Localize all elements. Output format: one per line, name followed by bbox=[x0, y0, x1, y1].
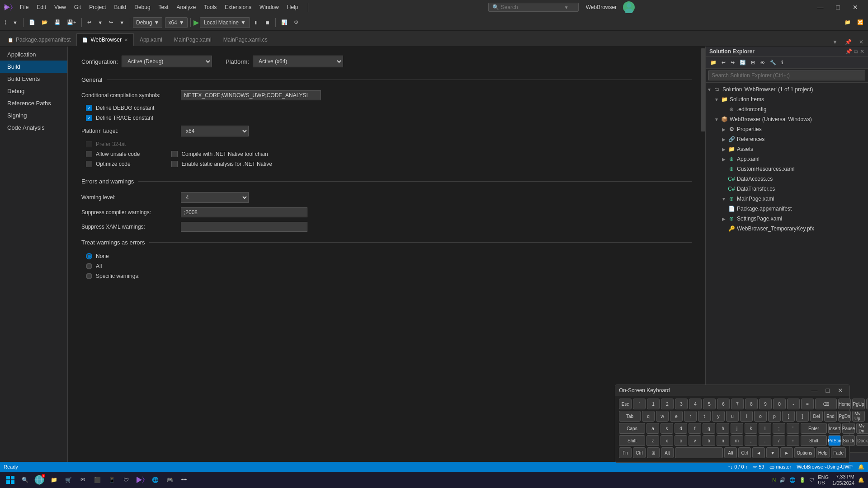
tree-package[interactable]: 📄 Package.appxmanifest bbox=[706, 204, 868, 214]
key-right[interactable]: ► bbox=[780, 447, 793, 458]
key-period[interactable]: . bbox=[759, 435, 771, 446]
key-slash[interactable]: / bbox=[773, 435, 785, 446]
tab-webbrowser-close[interactable]: ✕ bbox=[124, 38, 128, 42]
search-dropdown-icon[interactable]: ▼ bbox=[564, 5, 569, 10]
key-4[interactable]: 4 bbox=[689, 399, 702, 409]
key-1[interactable]: 1 bbox=[647, 399, 660, 409]
taskbar-vs-icon[interactable] bbox=[134, 473, 147, 487]
se-search-input[interactable] bbox=[708, 70, 865, 80]
pause-button[interactable]: ⏸ bbox=[251, 19, 261, 27]
key-q[interactable]: q bbox=[642, 411, 655, 422]
key-f[interactable]: f bbox=[689, 423, 701, 434]
key-options[interactable]: Options bbox=[794, 447, 814, 458]
key-tab[interactable]: Tab bbox=[619, 411, 641, 422]
redo-dropdown[interactable]: ▼ bbox=[117, 19, 127, 27]
key-v[interactable]: v bbox=[689, 435, 701, 446]
local-machine-dropdown[interactable]: Local Machine ▼ bbox=[200, 17, 250, 28]
key-m[interactable]: m bbox=[731, 435, 743, 446]
treat-all-radio[interactable] bbox=[86, 263, 92, 269]
key-8[interactable]: 8 bbox=[745, 399, 758, 409]
treat-none-radio[interactable] bbox=[86, 253, 92, 259]
undo-dropdown[interactable]: ▼ bbox=[95, 19, 105, 27]
search-box[interactable]: 🔍 ▼ bbox=[488, 3, 579, 12]
key-c[interactable]: c bbox=[675, 435, 687, 446]
settings-button[interactable]: ⚙ bbox=[291, 18, 301, 27]
maximize-button[interactable]: □ bbox=[830, 0, 846, 14]
sidebar-item-build[interactable]: Build bbox=[0, 61, 67, 73]
status-lines[interactable]: ↑↓ 0 / 0 ↑ bbox=[728, 464, 748, 470]
taskbar-edge-icon[interactable]: 🌐 bbox=[148, 473, 162, 487]
se-props-btn[interactable]: ℹ bbox=[779, 59, 785, 66]
key-z[interactable]: z bbox=[646, 435, 659, 446]
status-chars[interactable]: ✏ 59 bbox=[753, 464, 764, 470]
key-i[interactable]: i bbox=[740, 411, 753, 422]
key-a[interactable]: a bbox=[646, 423, 659, 434]
key-end[interactable]: End bbox=[824, 411, 837, 422]
key-prtscn[interactable]: PrtScn bbox=[828, 435, 841, 446]
menu-debug[interactable]: Debug bbox=[131, 2, 154, 12]
menu-file[interactable]: File bbox=[16, 2, 32, 12]
key-pgdn[interactable]: PgDn bbox=[838, 411, 851, 422]
key-help[interactable]: Help bbox=[816, 447, 830, 458]
conditional-compilation-input[interactable] bbox=[181, 90, 321, 100]
taskbar-notification-area[interactable]: 🔔 bbox=[858, 477, 864, 483]
menu-edit[interactable]: Edit bbox=[33, 2, 50, 12]
status-project[interactable]: WebBrowser-Using-UWP bbox=[797, 464, 853, 470]
taskbar-lang[interactable]: ENGUS bbox=[818, 474, 829, 485]
redo-button[interactable]: ↪ bbox=[106, 18, 116, 27]
taskbar-mail-icon[interactable]: ✉ bbox=[76, 473, 90, 487]
key-6[interactable]: 6 bbox=[717, 399, 730, 409]
taskbar-nvidia-icon[interactable]: N bbox=[772, 477, 776, 483]
key-pgup[interactable]: PgUp bbox=[852, 399, 865, 409]
taskbar-security-icon[interactable]: 🛡 bbox=[809, 477, 814, 483]
key-minus[interactable]: - bbox=[787, 399, 800, 409]
key-quote[interactable]: ' bbox=[787, 423, 799, 434]
tree-project[interactable]: ▼ 📦 WebBrowser (Universal Windows) bbox=[706, 114, 868, 124]
key-nav[interactable]: Nav bbox=[866, 399, 868, 409]
close-button[interactable]: ✕ bbox=[846, 0, 864, 14]
taskbar-start-button[interactable] bbox=[4, 473, 17, 487]
static-analysis-checkbox[interactable] bbox=[171, 161, 178, 167]
key-t[interactable]: t bbox=[698, 411, 711, 422]
taskbar-terminal-icon[interactable]: ⬛ bbox=[90, 473, 104, 487]
menu-git[interactable]: Git bbox=[71, 2, 85, 12]
key-rshift[interactable]: Shift bbox=[801, 435, 827, 446]
open-button[interactable]: 📂 bbox=[39, 18, 51, 27]
tab-list-button[interactable]: ▼ bbox=[830, 38, 840, 46]
run-button[interactable]: ▶ bbox=[193, 18, 199, 27]
tree-customresources[interactable]: ⊕ CustomResources.xaml bbox=[706, 164, 868, 174]
sidebar-item-code-analysis[interactable]: Code Analysis bbox=[0, 122, 67, 134]
se-filter-btn[interactable]: 🔧 bbox=[768, 59, 778, 66]
menu-extensions[interactable]: Extensions bbox=[221, 2, 255, 12]
suppress-compiler-input[interactable] bbox=[181, 207, 307, 217]
tree-solution[interactable]: ▼ 🗂 Solution 'WebBrowser' (1 of 1 projec… bbox=[706, 84, 868, 94]
warning-level-select[interactable]: 4 bbox=[181, 192, 249, 203]
tree-solution-items[interactable]: ▼ 📁 Solution Items bbox=[706, 94, 868, 104]
compile-native-checkbox[interactable] bbox=[171, 151, 178, 157]
menu-window[interactable]: Window bbox=[256, 2, 283, 12]
key-o[interactable]: o bbox=[754, 411, 767, 422]
key-enter[interactable]: Enter bbox=[801, 423, 827, 434]
key-space[interactable] bbox=[675, 447, 723, 458]
close-all-button[interactable]: ✕ bbox=[856, 38, 866, 46]
taskbar-store-icon[interactable]: 🛒 bbox=[61, 473, 75, 487]
taskbar-folder-icon[interactable]: 📁 bbox=[47, 473, 61, 487]
save-all-button[interactable]: 💾+ bbox=[64, 18, 79, 27]
key-k[interactable]: k bbox=[745, 423, 757, 434]
se-refresh-btn[interactable]: 🔄 bbox=[738, 59, 748, 66]
se-back-btn[interactable]: ↩ bbox=[720, 59, 727, 66]
key-caps[interactable]: Caps bbox=[619, 423, 645, 434]
key-pause[interactable]: Pause bbox=[842, 423, 855, 434]
minimize-button[interactable]: — bbox=[811, 0, 830, 14]
menu-view[interactable]: View bbox=[51, 2, 70, 12]
tree-project-toggle[interactable]: ▼ bbox=[713, 117, 720, 122]
platform-select[interactable]: Active (x64) bbox=[253, 56, 343, 67]
user-avatar[interactable] bbox=[623, 1, 635, 13]
key-e[interactable]: e bbox=[670, 411, 683, 422]
key-u[interactable]: u bbox=[726, 411, 739, 422]
menu-project[interactable]: Project bbox=[85, 2, 109, 12]
platform-dropdown[interactable]: x64 ▼ bbox=[165, 17, 187, 28]
se-float-button[interactable]: ⧉ bbox=[854, 48, 858, 55]
key-up[interactable]: ↑ bbox=[787, 435, 799, 446]
key-fade[interactable]: Fade bbox=[831, 447, 846, 458]
